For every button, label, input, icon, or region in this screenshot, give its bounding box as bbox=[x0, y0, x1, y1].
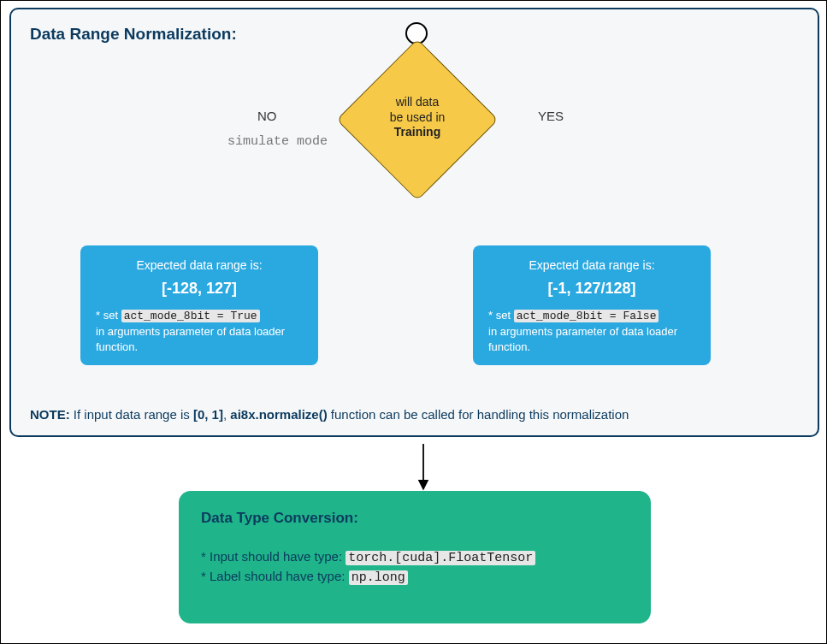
left-range-value: [-128, 127] bbox=[96, 278, 303, 299]
green-label-label: * Label should have type: bbox=[201, 569, 349, 583]
right-tail: in arguments parameter of data loader fu… bbox=[488, 325, 677, 353]
note-fn: ai8x.normalize() bbox=[230, 407, 327, 422]
right-range-value: [-1, 127/128] bbox=[488, 278, 695, 299]
decision-line3: Training bbox=[394, 125, 440, 139]
left-tail: in arguments parameter of data loader fu… bbox=[96, 325, 285, 353]
green-label-line: * Label should have type: np.long bbox=[201, 569, 629, 585]
left-set-prefix: * set bbox=[96, 309, 121, 322]
normalization-panel: Data Range Normalization: will data be u… bbox=[9, 8, 819, 437]
note-text: NOTE: If input data range is [0, 1], ai8… bbox=[30, 407, 629, 422]
note-prefix: NOTE: bbox=[30, 407, 70, 422]
right-instruction: * set act_mode_8bit = False in arguments… bbox=[488, 308, 695, 356]
process-box-yes: Expected data range is: [-1, 127/128] * … bbox=[473, 245, 711, 365]
process-box-no: Expected data range is: [-128, 127] * se… bbox=[80, 245, 318, 365]
left-expected-label: Expected data range is: bbox=[96, 257, 303, 275]
left-code: act_mode_8bit = True bbox=[121, 310, 260, 322]
right-set-prefix: * set bbox=[488, 309, 514, 322]
left-instruction: * set act_mode_8bit = True in arguments … bbox=[96, 308, 303, 356]
note-range: [0, 1] bbox=[193, 407, 223, 422]
decision-text: will data be used in Training bbox=[349, 95, 486, 140]
decision-line1: will data bbox=[396, 95, 440, 109]
right-code: act_mode_8bit = False bbox=[514, 310, 659, 322]
branch-no-label: NO bbox=[257, 109, 277, 123]
right-expected-label: Expected data range is: bbox=[488, 257, 695, 275]
green-input-code: torch.[cuda].FloatTensor bbox=[346, 551, 535, 565]
branch-yes-label: YES bbox=[538, 109, 564, 123]
type-conversion-panel: Data Type Conversion: * Input should hav… bbox=[179, 491, 651, 623]
note-tail: function can be called for handling this… bbox=[328, 407, 629, 422]
green-input-label: * Input should have type: bbox=[201, 549, 346, 564]
decision-line2: be used in bbox=[390, 110, 446, 124]
green-input-line: * Input should have type: torch.[cuda].F… bbox=[201, 549, 629, 565]
note-mid1: If input data range is bbox=[70, 407, 193, 422]
green-label-code: np.long bbox=[349, 570, 408, 585]
green-header: Data Type Conversion: bbox=[201, 510, 629, 527]
simulate-mode-label: simulate mode bbox=[227, 134, 328, 149]
